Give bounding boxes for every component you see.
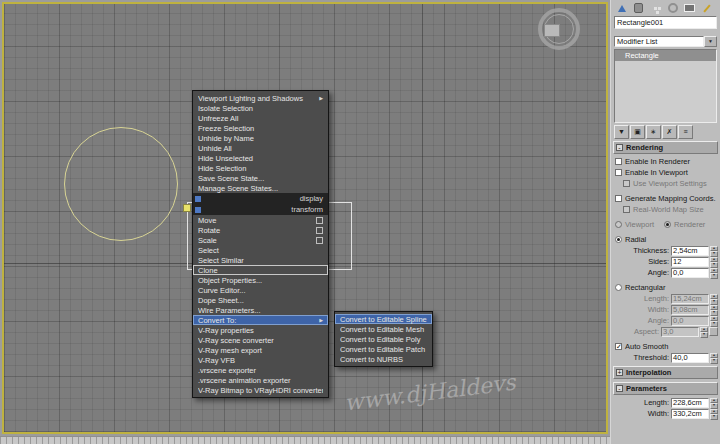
checkbox[interactable] [623, 206, 630, 213]
menu-item[interactable]: .vrscene exporter [193, 365, 328, 375]
menu-item[interactable]: Unfreeze All [193, 113, 328, 123]
value-field[interactable]: 2,54cm [671, 246, 709, 256]
menu-item[interactable]: V-Ray Bitmap to VRayHDRI converter [193, 385, 328, 395]
object-name-field[interactable]: Rectangle001 [614, 16, 717, 29]
modify-tab-icon [634, 3, 643, 13]
viewport[interactable]: www.djHaldevs Viewport Lighting and Shad… [2, 2, 608, 434]
circle-shape[interactable] [64, 127, 178, 241]
value-field[interactable]: 40,0 [671, 353, 709, 363]
viewport-navigation-gizmo[interactable] [538, 8, 580, 50]
tab-modify[interactable] [630, 2, 647, 15]
modifier-list-dropdown[interactable]: Modifier List ▼ [614, 36, 717, 47]
spinner-arrows[interactable]: ▲▼ [710, 257, 718, 267]
menu-item[interactable]: Rotate [193, 225, 328, 235]
spinner-down-icon[interactable]: ▼ [710, 273, 718, 279]
submenu-item[interactable]: Convert to Editable Spline [335, 314, 432, 324]
submenu-item[interactable]: Convert to Editable Mesh [335, 324, 432, 334]
spinner-arrows[interactable]: ▲▼ [710, 294, 718, 304]
spinner-down-icon[interactable]: ▼ [710, 321, 718, 327]
menu-item[interactable]: Unhide All [193, 143, 328, 153]
menu-item-label: Convert to NURBS [340, 355, 427, 364]
radio-button[interactable] [615, 236, 622, 243]
show-end-result-button[interactable]: ▣ [630, 125, 645, 139]
spinner-arrows[interactable]: ▲▼ [710, 398, 718, 408]
track-bar[interactable] [0, 436, 610, 444]
tab-create[interactable] [613, 2, 630, 15]
settings-box-icon[interactable] [316, 237, 323, 244]
radio-button[interactable] [615, 221, 622, 228]
menu-item[interactable]: Wire Parameters... [193, 305, 328, 315]
menu-item[interactable]: Hide Selection [193, 163, 328, 173]
value-field[interactable]: 228,6cm [671, 398, 709, 408]
radio-button[interactable] [615, 284, 622, 291]
modifier-stack[interactable]: Rectangle [614, 49, 717, 123]
modifier-stack-item[interactable]: Rectangle [615, 50, 716, 61]
settings-box-icon[interactable] [316, 227, 323, 234]
remove-modifier-button[interactable]: ✗ [662, 125, 677, 139]
menu-item[interactable]: .vrscene animation exporter [193, 375, 328, 385]
menu-item[interactable]: V-Ray VFB [193, 355, 328, 365]
menu-item[interactable]: Freeze Selection [193, 123, 328, 133]
value-field[interactable]: 0,0 [671, 316, 709, 326]
spinner-arrows[interactable]: ▲▼ [710, 305, 718, 315]
rollout-interpolation-header[interactable]: + Interpolation [613, 366, 718, 379]
make-unique-button[interactable]: ∗ [646, 125, 661, 139]
rollout-title: Rendering [626, 143, 717, 152]
spinner-arrows[interactable]: ▲▼ [710, 409, 718, 419]
spinner-arrows[interactable]: ▲▼ [710, 316, 718, 326]
tab-utilities[interactable] [698, 2, 715, 15]
settings-box-icon[interactable] [316, 217, 323, 224]
menu-item[interactable]: Curve Editor... [193, 285, 328, 295]
value-field[interactable]: 330,2cm [671, 409, 709, 419]
menu-item[interactable]: Manage Scene States... [193, 183, 328, 193]
menu-item[interactable]: V-Ray scene converter [193, 335, 328, 345]
tab-display[interactable] [681, 2, 698, 15]
rollout-rendering-header[interactable]: - Rendering [613, 141, 718, 154]
tab-motion[interactable] [664, 2, 681, 15]
menu-item[interactable]: V-Ray mesh export [193, 345, 328, 355]
spinner-arrows[interactable]: ▲▼ [710, 246, 718, 256]
configure-modifier-sets-button[interactable]: ≡ [678, 125, 693, 139]
modifier-list-value[interactable]: Modifier List [614, 36, 704, 47]
radio-button[interactable] [664, 221, 671, 228]
checkbox[interactable] [615, 158, 622, 165]
navigation-gizmo-box[interactable] [544, 24, 560, 37]
menu-item[interactable]: Isolate Selection [193, 103, 328, 113]
spinner-down-icon[interactable]: ▼ [710, 358, 718, 364]
menu-item[interactable]: Clone [193, 265, 328, 275]
checkbox[interactable] [615, 169, 622, 176]
value-field[interactable]: 3,0 [661, 327, 699, 337]
menu-item[interactable]: Unhide by Name [193, 133, 328, 143]
menu-item[interactable]: V-Ray properties [193, 325, 328, 335]
menu-item[interactable]: Select Similar [193, 255, 328, 265]
menu-item[interactable]: Viewport Lighting and Shadows▶ [193, 93, 328, 103]
tab-hierarchy[interactable] [647, 2, 664, 15]
menu-item[interactable]: Move [193, 215, 328, 225]
spinner-arrows[interactable]: ▲▼ [700, 327, 708, 337]
spinner-down-icon[interactable]: ▼ [710, 414, 718, 420]
pin-stack-button[interactable]: ▼ [614, 125, 629, 139]
menu-item[interactable]: Convert To:▶ [193, 315, 328, 325]
value-field[interactable]: 5,08cm [671, 305, 709, 315]
menu-item[interactable]: Object Properties... [193, 275, 328, 285]
value-field[interactable]: 15,24cm [671, 294, 709, 304]
menu-item[interactable]: Hide Unselected [193, 153, 328, 163]
aspect-lock-button[interactable] [709, 327, 718, 336]
menu-item[interactable]: Save Scene State... [193, 173, 328, 183]
value-field[interactable]: 0,0 [671, 268, 709, 278]
spinner-down-icon[interactable]: ▼ [700, 332, 708, 338]
spinner-arrows[interactable]: ▲▼ [710, 353, 718, 363]
submenu-item[interactable]: Convert to NURBS [335, 354, 432, 364]
menu-item[interactable]: Scale [193, 235, 328, 245]
submenu-item[interactable]: Convert to Editable Poly [335, 334, 432, 344]
checkbox[interactable]: ✓ [615, 343, 622, 350]
menu-item[interactable]: Dope Sheet... [193, 295, 328, 305]
chevron-down-icon[interactable]: ▼ [704, 36, 717, 47]
submenu-item[interactable]: Convert to Editable Patch [335, 344, 432, 354]
rollout-parameters-header[interactable]: - Parameters [613, 382, 718, 395]
value-field[interactable]: 12 [671, 257, 709, 267]
checkbox[interactable] [615, 195, 622, 202]
menu-item[interactable]: Select [193, 245, 328, 255]
checkbox[interactable] [623, 180, 630, 187]
spinner-arrows[interactable]: ▲▼ [710, 268, 718, 278]
